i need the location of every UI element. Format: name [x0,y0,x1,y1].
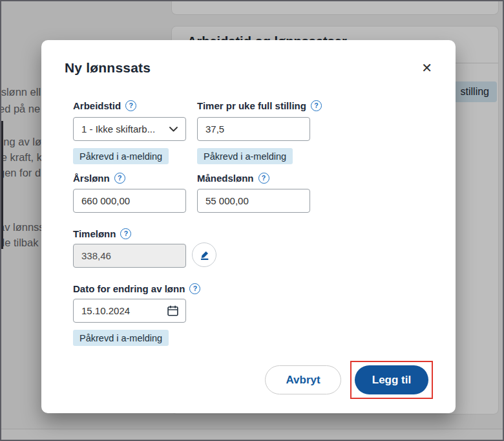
app-window: Arbeidstid og lønnssatser stilling lsløn… [0,0,504,441]
arslonn-label: Årslønn ? [73,171,125,184]
help-icon[interactable]: ? [258,173,269,184]
timelonn-label-text: Timelønn [73,228,116,239]
dato-label-text: Dato for endring av lønn [73,283,185,294]
help-icon[interactable]: ? [120,228,131,239]
arslonn-input[interactable] [73,189,186,213]
timer-input[interactable] [197,117,310,141]
help-icon[interactable]: ? [114,173,125,184]
arbeidstid-label-text: Arbeidstid [73,100,121,111]
required-badge: Påkrevd i a-melding [73,148,169,164]
help-icon[interactable]: ? [125,100,136,111]
manedslonn-label-text: Månedslønn [197,173,254,184]
help-icon[interactable]: ? [189,283,200,294]
dialog-title: Ny lønnssats [65,60,151,76]
timer-label: Timer pr uke full stilling ? [197,99,322,112]
timelonn-input [73,244,186,268]
timelonn-label: Timelønn ? [73,227,131,240]
cancel-button[interactable]: Avbryt [265,365,341,394]
submit-button[interactable]: Legg til [355,365,428,394]
dato-label: Dato for endring av lønn ? [73,282,200,295]
dato-field [73,299,186,323]
timer-label-text: Timer pr uke full stilling [197,100,306,111]
pencil-icon [198,249,211,261]
edit-timelonn-button[interactable] [192,242,216,267]
new-salary-rate-dialog: Ny lønnssats ✕ Arbeidstid ? Timer pr uke… [41,40,456,413]
required-badge: Påkrevd i a-melding [73,330,169,346]
arbeidstid-label: Arbeidstid ? [73,99,136,112]
close-icon[interactable]: ✕ [421,61,432,74]
manedslonn-input[interactable] [197,189,310,213]
arbeidstid-selected-value: 1 - Ikke skiftarb... [81,124,155,134]
arslonn-label-text: Årslønn [73,173,110,184]
help-icon[interactable]: ? [311,100,322,111]
calendar-icon[interactable] [167,305,179,317]
arbeidstid-select[interactable]: 1 - Ikke skiftarb... [73,117,186,141]
chevron-down-icon [169,127,178,132]
manedslonn-label: Månedslønn ? [197,171,269,184]
required-badge: Påkrevd i a-melding [197,148,293,164]
